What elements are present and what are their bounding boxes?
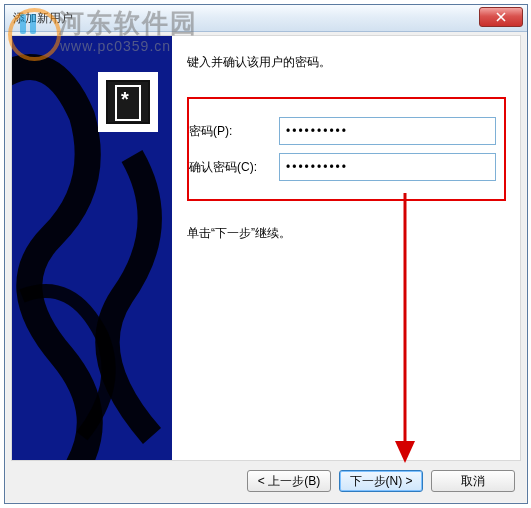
confirm-password-row: 确认密码(C): bbox=[189, 153, 496, 181]
window-title: 添加新用户 bbox=[5, 10, 73, 27]
wizard-sidebar bbox=[12, 36, 172, 460]
instruction-text: 键入并确认该用户的密码。 bbox=[187, 54, 506, 71]
password-input[interactable] bbox=[279, 117, 496, 145]
asterisk-icon bbox=[106, 80, 150, 124]
password-wizard-icon bbox=[98, 72, 158, 132]
dialog-window: 添加新用户 键入并确认该用户的密码。 bbox=[4, 4, 528, 504]
close-button[interactable] bbox=[479, 7, 523, 27]
next-button[interactable]: 下一步(N) > bbox=[339, 470, 423, 492]
cancel-button[interactable]: 取消 bbox=[431, 470, 515, 492]
password-label: 密码(P): bbox=[189, 123, 279, 140]
dialog-body: 键入并确认该用户的密码。 密码(P): 确认密码(C): 单击“下一步”继续。 bbox=[11, 35, 521, 461]
title-bar[interactable]: 添加新用户 bbox=[5, 5, 527, 32]
back-button[interactable]: < 上一步(B) bbox=[247, 470, 331, 492]
confirm-password-label: 确认密码(C): bbox=[189, 159, 279, 176]
button-bar: < 上一步(B) 下一步(N) > 取消 bbox=[11, 465, 521, 497]
password-row: 密码(P): bbox=[189, 117, 496, 145]
content-area: 键入并确认该用户的密码。 密码(P): 确认密码(C): 单击“下一步”继续。 bbox=[187, 54, 506, 450]
close-icon bbox=[496, 12, 506, 22]
confirm-password-input[interactable] bbox=[279, 153, 496, 181]
screenshot-root: 河东软件园 www.pc0359.cn 添加新用户 bbox=[0, 0, 531, 508]
continue-hint: 单击“下一步”继续。 bbox=[187, 225, 506, 242]
password-fields-highlight: 密码(P): 确认密码(C): bbox=[187, 97, 506, 201]
